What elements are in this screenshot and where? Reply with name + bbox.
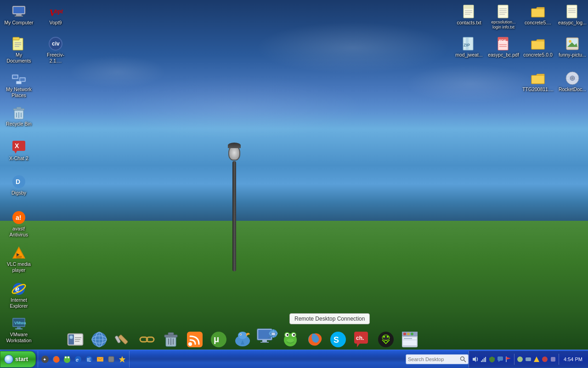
dock-tools[interactable] — [112, 328, 134, 351]
svg-marker-161 — [473, 356, 476, 362]
system-tray: 4:54 PM — [469, 351, 588, 368]
desktop-icon-contacts[interactable]: contacts.txt — [452, 2, 486, 28]
svg-rect-171 — [526, 357, 531, 361]
desktop-icon-digsby[interactable]: D Digsby — [2, 172, 35, 198]
start-button[interactable]: start — [0, 351, 36, 368]
freeciv-icon: civ — [48, 36, 63, 51]
desktop-icon-network-places[interactable]: My Network Places — [2, 69, 35, 100]
desktop-icon-rocketdoc[interactable]: RocketDoc... — [556, 69, 588, 94]
start-label: start — [15, 356, 28, 362]
desktop-icon-concrete5-00[interactable]: concrete5.0.0 — [521, 34, 554, 60]
dock-utorrent[interactable]: μ — [208, 328, 230, 351]
desktop-icon-avast[interactable]: a! avast! Antivirus — [2, 208, 35, 239]
ql-email[interactable] — [95, 354, 105, 364]
desktop-icon-mod-jweat[interactable]: ZIP mod_jweat... — [452, 34, 486, 60]
desktop-icon-easypc-bc[interactable]: PDF easypc_bc.pdf — [487, 34, 520, 60]
tray-icon5[interactable] — [549, 356, 557, 363]
avast-icon: a! — [11, 210, 26, 225]
desktop-icon-my-documents[interactable]: My Documents — [2, 34, 35, 65]
desktop-icon-easypc-log[interactable]: easypc_log... — [556, 2, 588, 28]
network-places-icon — [11, 71, 26, 86]
desktop-icon-freeciv[interactable]: civ Freeciv-2.1.... — [39, 34, 72, 65]
taskbar-clock[interactable]: 4:54 PM — [561, 356, 585, 362]
freeciv-label: Freeciv-2.1.... — [41, 52, 70, 63]
desktop-icon-ttg200811[interactable]: TTG200811.... — [521, 69, 554, 94]
dock-skype[interactable]: S — [327, 328, 349, 351]
xchat2-label: X-Chat 2 — [9, 155, 28, 161]
svg-rect-94 — [164, 335, 177, 337]
dock-remote-desktop-icon — [255, 325, 278, 351]
ql-ie[interactable]: IE — [84, 354, 94, 364]
tray-flag[interactable] — [505, 356, 512, 363]
avast-label: avast! Antivirus — [4, 226, 34, 237]
rocketdoc-icon — [565, 71, 580, 86]
dock-twitterrific[interactable] — [232, 328, 254, 351]
ql-firefox[interactable] — [51, 354, 61, 364]
svg-rect-157 — [108, 356, 114, 362]
svg-point-75 — [571, 77, 573, 79]
svg-rect-41 — [17, 327, 21, 328]
svg-point-106 — [240, 334, 241, 335]
svg-rect-163 — [482, 359, 483, 362]
ql-trillian[interactable]: ✦ — [40, 354, 50, 364]
easypc-log-icon — [565, 4, 580, 19]
desktop-icon-vopt9[interactable]: V opt Vopt9 — [39, 2, 72, 28]
search-input[interactable] — [408, 356, 458, 362]
desktop-icon-concrete5-folder[interactable]: concrete5.... — [521, 2, 554, 28]
dock-links[interactable] — [136, 328, 158, 351]
svg-rect-82 — [75, 339, 80, 340]
start-orb — [4, 355, 13, 364]
ttg200811-label: TTG200811.... — [522, 86, 554, 92]
svg-point-104 — [238, 332, 247, 339]
dock-skype-icon: S — [329, 331, 347, 351]
ql-star[interactable] — [117, 354, 127, 364]
dock-frogger[interactable] — [279, 328, 301, 351]
dock-alienware[interactable] — [375, 328, 397, 351]
dock-browser[interactable] — [399, 328, 421, 351]
tray-icon3[interactable] — [533, 356, 540, 363]
tray-icon1[interactable] — [516, 356, 524, 363]
ql-frog[interactable] — [62, 354, 72, 364]
dock-chot[interactable]: ch. — [351, 328, 373, 351]
svg-rect-55 — [567, 5, 577, 18]
desktop-icon-my-computer[interactable]: My Computer — [2, 2, 35, 28]
tray-shield[interactable] — [488, 356, 496, 363]
desktop-icon-xchat2[interactable]: X X-Chat 2 — [2, 138, 35, 163]
tray-chat[interactable] — [497, 356, 504, 363]
easypc-bc-icon: PDF — [496, 36, 511, 51]
network-places-label: My Network Places — [4, 86, 34, 98]
desktop-icon-funny-pict[interactable]: funny-pictu... — [556, 34, 588, 60]
svg-rect-83 — [75, 341, 79, 342]
dock-trash[interactable] — [160, 328, 182, 351]
easypc-bc-label: easypc_bc.pdf — [488, 52, 519, 58]
dock-network[interactable] — [88, 328, 110, 351]
xchat2-icon: X — [11, 140, 26, 155]
rocketdoc-label: RocketDoc... — [559, 86, 586, 92]
dock-rss[interactable] — [184, 328, 206, 351]
svg-text:e: e — [76, 357, 79, 362]
dock-finder-icon — [67, 331, 84, 351]
tray-network-bars[interactable] — [480, 356, 487, 363]
tray-icon4[interactable] — [541, 356, 548, 363]
ql-blue-e[interactable]: e — [73, 354, 83, 364]
vlc-icon: ▶ — [11, 246, 26, 260]
svg-text:IE: IE — [87, 357, 91, 362]
desktop-icon-ie[interactable]: e Internet Explorer — [2, 280, 35, 310]
dock-firefox[interactable] — [303, 328, 325, 351]
desktop-icon-recycle-bin[interactable]: Recycle Bin — [2, 104, 35, 129]
recycle-bin-icon — [11, 105, 26, 120]
ql-square[interactable] — [106, 354, 116, 364]
desktop-icon-epcsolution[interactable]: epcsolution...login info.txt — [487, 2, 520, 32]
dock-remote-desktop[interactable] — [255, 328, 277, 351]
svg-text:a!: a! — [16, 214, 21, 221]
svg-rect-42 — [15, 328, 23, 329]
digsby-icon: D — [11, 174, 26, 189]
desktop-icon-vmware[interactable]: VMware VMware Workstation — [2, 314, 35, 345]
tray-volume[interactable] — [472, 356, 479, 363]
dock-utorrent-icon: μ — [210, 331, 227, 351]
taskbar-search[interactable] — [406, 354, 469, 364]
tray-icon2[interactable] — [525, 356, 532, 363]
desktop-icon-vlc[interactable]: ▶ VLC media player — [2, 244, 35, 275]
dock-finder[interactable] — [64, 328, 86, 351]
svg-rect-72 — [531, 75, 544, 84]
